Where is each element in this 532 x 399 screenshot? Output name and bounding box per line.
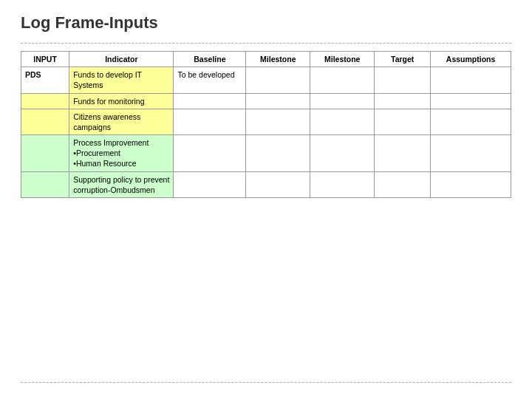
row3-baseline [174,109,246,134]
header-assumptions: Assumptions [431,52,511,67]
row2-assumptions [431,93,511,109]
top-divider [21,43,511,44]
row3-milestone1 [246,109,310,134]
row5-indicator: Supporting policy to prevent corruption-… [69,171,174,197]
row5-assumptions [431,171,511,197]
table-row: Supporting policy to prevent corruption-… [21,171,511,197]
header-target: Target [375,52,431,67]
page: Log Frame-Inputs INPUT Indicator Baselin… [0,0,532,399]
row2-target [375,93,431,109]
header-baseline: Baseline [174,52,246,67]
header-input: INPUT [21,52,69,67]
row1-target [375,67,431,93]
row4-milestone2 [310,135,375,172]
row5-milestone1 [246,171,310,197]
bottom-divider [21,382,511,383]
row2-milestone2 [310,93,375,109]
row2-milestone1 [246,93,310,109]
row5-baseline [174,171,246,197]
row3-indicator: Citizens awareness campaigns [69,109,174,134]
row1-indicator: Funds to develop IT Systems [69,67,174,93]
row5-target [375,171,431,197]
row3-milestone2 [310,109,375,134]
row3-target [375,109,431,134]
row3-assumptions [431,109,511,134]
header-milestone2: Milestone [310,52,375,67]
row5-milestone2 [310,171,375,197]
row4-milestone1 [246,135,310,172]
table-row: Funds for monitoring [21,93,511,109]
header-milestone1: Milestone [246,52,310,67]
row4-target [375,135,431,172]
row1-assumptions [431,67,511,93]
row2-input [21,93,69,109]
row4-input [21,135,69,172]
table-row: Process Improvement•Procurement•Human Re… [21,135,511,172]
row5-input [21,171,69,197]
row4-assumptions [431,135,511,172]
page-title: Log Frame-Inputs [21,13,511,33]
row4-baseline [174,135,246,172]
table-row: Citizens awareness campaigns [21,109,511,134]
row2-indicator: Funds for monitoring [69,93,174,109]
row1-milestone1 [246,67,310,93]
row1-baseline: To be developed [174,67,246,93]
table-row: PDS Funds to develop IT Systems To be de… [21,67,511,93]
row4-indicator: Process Improvement•Procurement•Human Re… [69,135,174,172]
row1-input: PDS [21,67,69,93]
header-indicator: Indicator [69,52,174,67]
row1-milestone2 [310,67,375,93]
row2-baseline [174,93,246,109]
row3-input [21,109,69,134]
log-frame-table: INPUT Indicator Baseline Milestone Miles… [21,51,511,198]
